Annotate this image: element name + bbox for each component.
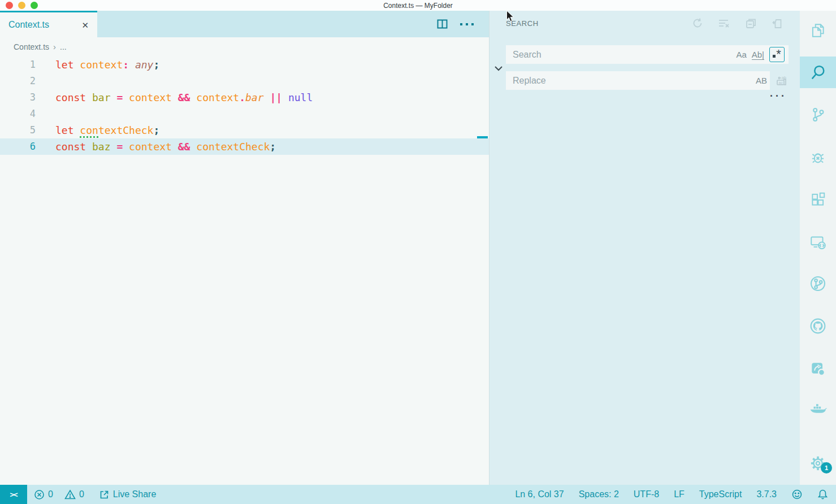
- activity-explorer[interactable]: [800, 12, 836, 49]
- language-mode-status[interactable]: TypeScript: [699, 489, 742, 499]
- titlebar: Context.ts — MyFolder: [0, 0, 836, 11]
- chevron-right-icon: ›: [53, 42, 56, 51]
- more-actions-icon[interactable]: [460, 22, 474, 27]
- tab-strip: Context.ts ✕: [0, 11, 489, 37]
- regex-icon[interactable]: *: [769, 47, 785, 62]
- eol-status[interactable]: LF: [674, 489, 685, 499]
- gitlens-icon: [809, 275, 827, 293]
- activity-docker[interactable]: [800, 393, 836, 429]
- activity-source-control[interactable]: [800, 97, 836, 133]
- settings-badge: 1: [821, 462, 832, 473]
- activity-settings[interactable]: 1: [800, 445, 836, 481]
- problems-status[interactable]: 0 0: [34, 489, 84, 500]
- replace-input-wrap: AB: [506, 71, 770, 90]
- minimize-window-button[interactable]: [18, 2, 25, 9]
- search-input[interactable]: [506, 45, 736, 64]
- docker-icon: [808, 402, 828, 419]
- close-window-button[interactable]: [6, 2, 13, 9]
- activity-extensions[interactable]: [800, 181, 836, 218]
- regex-dot: [773, 55, 776, 58]
- toggle-search-details-icon[interactable]: ···: [770, 92, 787, 100]
- bug-icon: [809, 149, 826, 166]
- version-status[interactable]: 3.7.3: [756, 489, 777, 499]
- activity-search[interactable]: [800, 57, 836, 88]
- open-in-editor-icon[interactable]: [772, 18, 783, 29]
- error-count: 0: [48, 489, 53, 499]
- code-line-1[interactable]: 1let context: any;: [0, 57, 489, 73]
- share-icon: [99, 489, 110, 500]
- regex-star: *: [776, 47, 781, 62]
- svg-text:ac: ac: [779, 80, 783, 84]
- clear-search-results-icon[interactable]: [718, 18, 730, 29]
- line-number: 3: [0, 89, 36, 106]
- warning-triangle-icon: [64, 489, 76, 499]
- error-circle-icon: [34, 489, 45, 500]
- line-number: 5: [0, 122, 36, 138]
- activity-bar: 1: [800, 11, 836, 485]
- live-share-status[interactable]: Live Share: [99, 489, 157, 500]
- search-icon: [809, 63, 827, 81]
- replace-all-icon[interactable]: abac: [774, 73, 789, 88]
- feedback-smiley-icon[interactable]: [791, 489, 803, 500]
- activity-github[interactable]: [800, 308, 836, 344]
- close-tab-icon[interactable]: ✕: [81, 21, 89, 29]
- editor-group: Context.ts ✕ Context.ts › ... 1let conte…: [0, 11, 490, 485]
- replace-input[interactable]: [506, 71, 756, 90]
- cursor-position-status[interactable]: Ln 6, Col 37: [515, 489, 564, 499]
- refresh-icon[interactable]: [692, 18, 703, 29]
- search-input-wrap: Aa Ab| *: [506, 45, 789, 64]
- code-line-2[interactable]: 2: [0, 73, 489, 89]
- indentation-status[interactable]: Spaces: 2: [579, 489, 619, 499]
- overview-ruler-cursor-marker: [477, 136, 488, 138]
- live-share-icon: [809, 360, 826, 377]
- line-number: 6: [0, 138, 36, 155]
- code-lines: 1let context: any;23const bar = context …: [0, 57, 489, 155]
- traffic-lights: [6, 2, 38, 9]
- activity-remote-explorer[interactable]: [800, 224, 836, 260]
- line-number: 4: [0, 106, 36, 122]
- code-line-4[interactable]: 4: [0, 106, 489, 122]
- breadcrumb[interactable]: Context.ts › ...: [0, 37, 489, 56]
- search-panel-header: SEARCH: [490, 11, 800, 36]
- code-line-5[interactable]: 5let contextCheck;: [0, 122, 489, 138]
- line-number: 2: [0, 73, 36, 89]
- line-text: let context: any;: [55, 57, 159, 73]
- whole-word-icon[interactable]: Ab|: [752, 50, 764, 60]
- activity-live-share[interactable]: [800, 350, 836, 386]
- code-line-3[interactable]: 3const bar = context && context.bar || n…: [0, 89, 489, 106]
- line-number: 1: [0, 57, 36, 73]
- remote-window-icon: [809, 233, 827, 250]
- toggle-replace-chevron-icon[interactable]: [492, 62, 505, 75]
- zoom-window-button[interactable]: [31, 2, 38, 9]
- extensions-icon: [809, 191, 826, 208]
- github-icon: [809, 317, 827, 335]
- remote-indicator[interactable]: ><: [0, 485, 27, 504]
- match-case-icon[interactable]: Aa: [736, 50, 746, 59]
- encoding-status[interactable]: UTF-8: [634, 489, 659, 499]
- search-panel: SEARCH: [490, 11, 800, 485]
- code-line-6[interactable]: 6const baz = context && contextCheck;: [0, 138, 489, 155]
- files-icon: [809, 22, 826, 39]
- status-bar: >< 0 0 Live Share Ln 6, Col 37 Spaces: 2…: [0, 485, 836, 504]
- tab-context-ts[interactable]: Context.ts ✕: [0, 11, 97, 37]
- mouse-cursor: [506, 10, 514, 23]
- line-text: const baz = context && contextCheck;: [55, 138, 276, 155]
- split-editor-icon[interactable]: [436, 18, 448, 30]
- activity-debug[interactable]: [800, 139, 836, 175]
- breadcrumb-file[interactable]: Context.ts: [14, 42, 49, 51]
- line-text: const bar = context && context.bar || nu…: [55, 89, 313, 106]
- line-text: let contextCheck;: [55, 122, 159, 138]
- window-title: Context.ts — MyFolder: [0, 2, 836, 10]
- breadcrumb-more[interactable]: ...: [60, 42, 67, 51]
- activity-gitlens[interactable]: [800, 266, 836, 302]
- git-branch-icon: [809, 106, 826, 123]
- warning-count: 0: [79, 489, 84, 499]
- tab-label: Context.ts: [8, 20, 77, 30]
- live-share-label: Live Share: [113, 489, 157, 499]
- preserve-case-icon[interactable]: AB: [756, 76, 767, 85]
- collapse-all-icon[interactable]: [745, 18, 757, 29]
- remote-icon: ><: [10, 490, 17, 499]
- notifications-bell-icon[interactable]: [817, 489, 828, 500]
- code-editor[interactable]: 1let context: any;23const bar = context …: [0, 56, 489, 485]
